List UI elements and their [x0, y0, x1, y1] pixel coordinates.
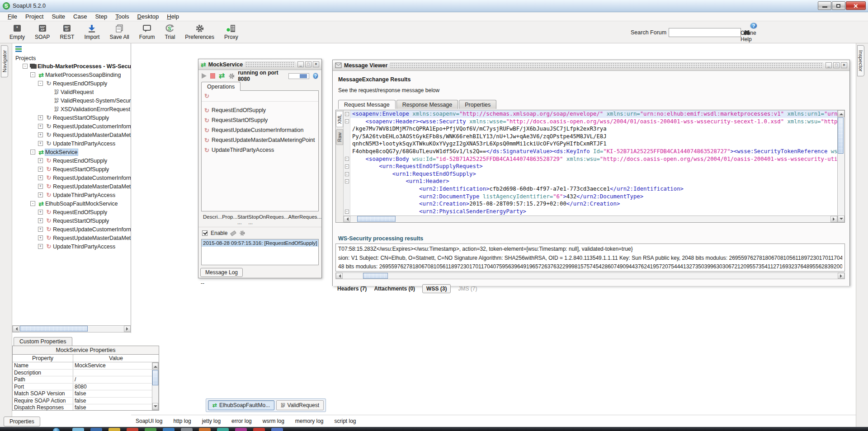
taskbar-app-icon[interactable]	[235, 428, 247, 431]
tree-expander[interactable]: +	[38, 115, 43, 120]
xml-code-line[interactable]: − <soapenv:Envelope xmlns:soapenv="http:…	[344, 110, 837, 118]
xml-code-line[interactable]: − F4ohbqe8coQG7y/68G8uTLeuvW1df5Gv1/ls2Q…	[344, 148, 837, 155]
property-row[interactable]: Dispatch Responses false	[13, 404, 159, 411]
new-empty-project-button[interactable]: * Empty	[5, 21, 30, 43]
menu-item[interactable]: Desktop	[133, 12, 163, 21]
xml-code-line[interactable]: − <urn:RequestEndOfSupplyRequest>	[344, 163, 837, 170]
fold-marker-icon[interactable]: −	[345, 119, 349, 123]
log-tab[interactable]: wsrm log	[263, 418, 284, 424]
tree-item[interactable]: ValidRequest	[12, 88, 131, 96]
property-value-cell[interactable]: 8080	[73, 384, 159, 390]
tree-item[interactable]: + RequestEndOfSupply	[12, 156, 131, 165]
properties-vscrollbar[interactable]	[152, 362, 159, 410]
tree-item[interactable]: + UpdateThirdPartyAccess	[12, 242, 131, 251]
tree-expander[interactable]: +	[38, 218, 43, 223]
custom-properties-tab[interactable]: Custom Properties	[14, 337, 72, 346]
titlebar-texture[interactable]	[390, 62, 823, 68]
operations-tab[interactable]: Operations	[201, 82, 241, 91]
properties-bottom-tab[interactable]: Properties	[4, 417, 40, 426]
inspector-tab-button[interactable]: JMS (7)	[458, 286, 477, 292]
tree-item[interactable]: - RequestEndOfSupply	[12, 79, 131, 88]
tree-item[interactable]: ValidRequest-System/Securit	[12, 96, 131, 105]
scroll-left-button[interactable]	[344, 216, 350, 222]
trial-button[interactable]: S Trial	[160, 21, 180, 43]
tree-expander[interactable]: +	[38, 244, 43, 249]
navigator-tab[interactable]: Navigator	[1, 45, 8, 77]
mockservice-titlebar[interactable]: MockService _ □ ✕	[198, 59, 321, 70]
new-soap-project-button[interactable]: SO*AP SOAP	[30, 21, 55, 43]
xml-code-line[interactable]: − <urn2:Creation>2015-08-28T09:57:15.279…	[344, 200, 837, 208]
xml-code-line[interactable]: − <soapenv:Header><wsse:Security xmlns:w…	[344, 118, 837, 126]
tree-expander[interactable]: +	[38, 167, 43, 172]
frame-maximize-button[interactable]: □	[833, 62, 840, 68]
menu-item[interactable]: Help	[163, 12, 183, 21]
inspector-tab-button[interactable]: Attachments (0)	[374, 286, 415, 292]
run-mockservice-icon[interactable]	[202, 73, 207, 79]
tree-item[interactable]: + RequestStartOfSupply	[12, 113, 131, 122]
operation-item[interactable]: UpdateThirdPartyAccess	[202, 145, 318, 155]
tree-item[interactable]: + RequestStartOfSupply	[12, 216, 131, 225]
xml-code-line[interactable]: − Py/5A26tvbEHLo3AOStGykEFb8s/WNK66rehBI…	[344, 133, 837, 141]
fold-marker-icon[interactable]: −	[345, 172, 349, 176]
action-link[interactable]: Stop ...	[248, 214, 259, 225]
log-tab[interactable]: SoapUI log	[136, 418, 162, 424]
scroll-right-button[interactable]	[838, 273, 844, 279]
new-rest-project-button[interactable]: RE*ST REST	[55, 21, 79, 43]
property-row[interactable]: Port 8080	[13, 384, 159, 391]
taskbar-app-icon[interactable]	[253, 428, 265, 431]
tree-expander[interactable]	[46, 98, 51, 103]
minimized-elhubsoapfault-button[interactable]: ElhubSoapFaultMo...	[208, 400, 274, 410]
scrollbar-thumb[interactable]	[363, 273, 388, 279]
menu-item[interactable]: Project	[21, 12, 47, 21]
fold-marker-icon[interactable]: −	[345, 157, 349, 161]
wss-hscrollbar[interactable]	[335, 272, 845, 279]
tree-expander[interactable]: +	[38, 227, 43, 232]
scroll-down-button[interactable]	[152, 403, 158, 410]
frame-minimize-button[interactable]: _	[297, 61, 304, 67]
property-row[interactable]: Name MockService	[13, 362, 159, 370]
xml-code-line[interactable]: − /kge7Mv7WV8iDMjM7hcQPRA1Epo+PfjVQof6V/…	[344, 125, 837, 133]
log-tab[interactable]: error log	[231, 418, 252, 424]
operation-item[interactable]: RequestUpdateMasterDataMeteringPoint	[202, 135, 318, 145]
action-link[interactable]: Descri...	[203, 214, 222, 225]
editor-vscrollbar[interactable]	[837, 110, 844, 222]
taskbar-app-icon[interactable]	[217, 428, 229, 431]
xml-code-line[interactable]: − <urn2:Identification>cfb2d698-60db-4f9…	[344, 185, 837, 193]
message-log-tab[interactable]: Message Log	[200, 268, 243, 277]
log-tab[interactable]: script log	[335, 418, 356, 424]
wss-results-box[interactable]: T07:58:15.283Z</wsu:Expires></wsu:Timest…	[335, 244, 845, 272]
log-tab[interactable]: http log	[173, 418, 191, 424]
enable-checkbox[interactable]	[202, 230, 208, 236]
tree-item[interactable]: + RequestUpdateMasterDataMeteringPoint	[12, 131, 131, 139]
property-value-cell[interactable]: MockService	[73, 362, 159, 369]
tree-expander[interactable]: +	[38, 132, 43, 137]
tree-item[interactable]: + RequestEndOfSupply	[12, 208, 131, 216]
inspector-tab[interactable]: Inspector	[857, 45, 864, 76]
minimized-validrequest-button[interactable]: ValidRequest	[276, 400, 324, 410]
scrollbar-thumb[interactable]	[20, 326, 88, 332]
action-link[interactable]: OnReques...	[259, 214, 288, 225]
property-row[interactable]: Require SOAP Action false	[13, 398, 159, 405]
xml-code-line[interactable]: − <urn1:Header>	[344, 178, 837, 185]
tree-expander[interactable]: -	[23, 64, 28, 69]
clear-log-icon[interactable]	[230, 230, 236, 236]
property-value-cell[interactable]: false	[73, 398, 159, 404]
tree-item[interactable]: - MarketProcessesSoapBinding	[12, 70, 131, 79]
taskbar-app-icon[interactable]	[199, 428, 211, 431]
mockservice-help-icon[interactable]	[313, 73, 318, 79]
fold-marker-icon[interactable]: −	[345, 112, 349, 116]
scroll-up-button[interactable]	[152, 363, 158, 370]
proxy-button[interactable]: Proxy	[219, 21, 243, 43]
close-button[interactable]	[846, 1, 866, 10]
tree-item[interactable]: + RequestStartOfSupply	[12, 165, 131, 173]
menu-item[interactable]: Suite	[47, 12, 69, 21]
minimize-button[interactable]	[818, 1, 831, 10]
response-message-tab[interactable]: Response Message	[396, 100, 458, 109]
tree-expander[interactable]: -	[30, 72, 35, 77]
xml-mode-tab[interactable]: XML	[336, 111, 343, 127]
tree-expander[interactable]	[46, 89, 51, 94]
scroll-left-button[interactable]	[13, 326, 19, 332]
inspector-tab-button[interactable]: WSS (3)	[422, 284, 451, 293]
taskbar-app-icon[interactable]	[145, 428, 156, 431]
property-row[interactable]: Path /	[13, 376, 159, 384]
